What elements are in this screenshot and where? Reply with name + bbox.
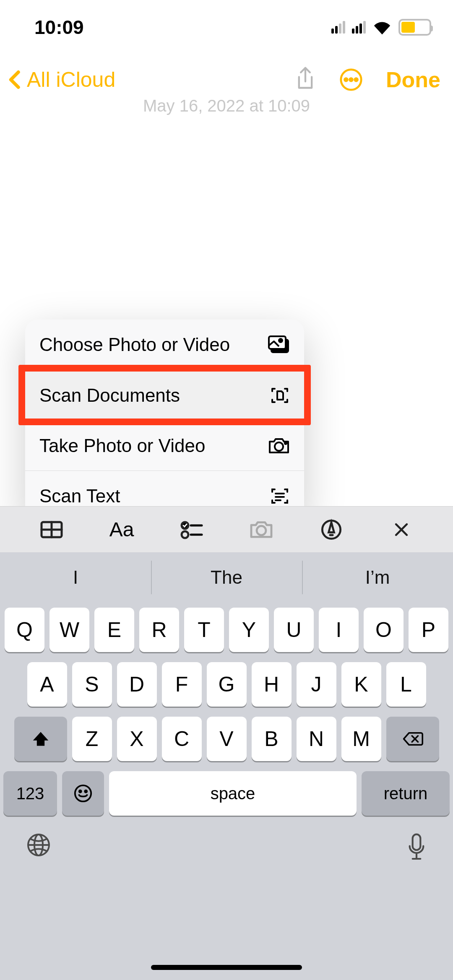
svg-rect-31 <box>413 834 421 850</box>
document-scan-icon <box>270 385 290 406</box>
key-row-bottom: 123 space return <box>0 761 453 816</box>
notes-format-toolbar: Aa <box>0 506 453 552</box>
key-s[interactable]: S <box>72 662 112 707</box>
key-n[interactable]: N <box>297 717 336 761</box>
suggestion-3[interactable]: I’m <box>302 552 453 603</box>
wifi-icon <box>372 20 392 35</box>
text-format-button[interactable]: Aa <box>107 515 136 544</box>
key-g[interactable]: G <box>207 662 247 707</box>
key-b[interactable]: B <box>252 717 292 761</box>
svg-point-8 <box>285 442 286 444</box>
key-backspace[interactable] <box>386 717 439 761</box>
key-row-2: A S D F G H J K L <box>3 662 450 707</box>
close-toolbar-button[interactable] <box>387 515 416 544</box>
key-w[interactable]: W <box>49 608 89 652</box>
keyboard: I The I’m Q W E R T Y U I O P A S D F <box>0 552 453 980</box>
key-r[interactable]: R <box>139 608 179 652</box>
menu-item-label: Scan Text <box>39 486 120 507</box>
more-icon[interactable] <box>339 68 363 92</box>
svg-point-6 <box>279 339 282 342</box>
status-bar: 10:09 <box>0 0 453 55</box>
status-indicators <box>331 19 431 36</box>
table-icon <box>40 520 63 540</box>
svg-point-2 <box>350 78 353 81</box>
key-k[interactable]: K <box>341 662 381 707</box>
key-emoji[interactable] <box>62 771 104 816</box>
suggestion-1[interactable]: I <box>0 552 151 603</box>
markup-icon <box>320 519 342 541</box>
back-label: All iCloud <box>27 68 115 92</box>
key-e[interactable]: E <box>94 608 134 652</box>
key-t[interactable]: T <box>184 608 224 652</box>
menu-item-label: Take Photo or Video <box>39 435 205 456</box>
status-time: 10:09 <box>34 16 84 39</box>
keyboard-footer <box>0 816 453 980</box>
key-x[interactable]: X <box>117 717 157 761</box>
checklist-button[interactable] <box>177 515 206 544</box>
key-i[interactable]: I <box>319 608 359 652</box>
svg-point-27 <box>85 790 87 793</box>
text-format-label: Aa <box>109 518 134 541</box>
key-row-1: Q W E R T Y U I O P <box>3 608 450 652</box>
key-f[interactable]: F <box>162 662 202 707</box>
key-a[interactable]: A <box>27 662 67 707</box>
table-button[interactable] <box>37 515 66 544</box>
key-h[interactable]: H <box>252 662 292 707</box>
note-timestamp: May 16, 2022 at 10:09 <box>0 96 453 115</box>
key-o[interactable]: O <box>364 608 404 652</box>
menu-item-label: Scan Documents <box>39 385 180 406</box>
svg-point-26 <box>79 790 81 793</box>
key-j[interactable]: J <box>297 662 336 707</box>
menu-item-scan-documents[interactable]: Scan Documents <box>25 370 304 420</box>
emoji-icon <box>73 784 93 803</box>
globe-icon[interactable] <box>26 832 51 858</box>
svg-point-19 <box>257 526 266 535</box>
key-v[interactable]: V <box>207 717 247 761</box>
key-shift[interactable] <box>14 717 67 761</box>
key-l[interactable]: L <box>386 662 426 707</box>
camera-icon <box>249 520 274 540</box>
share-icon[interactable] <box>294 66 316 94</box>
menu-item-take-photo[interactable]: Take Photo or Video <box>25 420 304 471</box>
key-return[interactable]: return <box>362 771 450 816</box>
chevron-left-icon <box>4 67 27 92</box>
key-d[interactable]: D <box>117 662 157 707</box>
backspace-icon <box>402 731 423 747</box>
keyboard-suggestions: I The I’m <box>0 552 453 603</box>
menu-item-choose-photo[interactable]: Choose Photo or Video <box>25 320 304 370</box>
battery-icon <box>398 19 431 36</box>
cell-signal-icon <box>331 21 345 34</box>
done-button[interactable]: Done <box>386 67 440 92</box>
key-c[interactable]: C <box>162 717 202 761</box>
key-u[interactable]: U <box>274 608 314 652</box>
key-numbers[interactable]: 123 <box>3 771 57 816</box>
key-q[interactable]: Q <box>5 608 44 652</box>
svg-point-3 <box>355 78 358 81</box>
svg-point-7 <box>275 442 283 451</box>
key-z[interactable]: Z <box>72 717 112 761</box>
dictation-icon[interactable] <box>406 832 427 862</box>
text-scan-icon <box>270 486 290 506</box>
home-indicator[interactable] <box>151 965 302 970</box>
svg-point-1 <box>345 78 348 81</box>
markup-button[interactable] <box>317 515 346 544</box>
key-row-3: Z X C V B N M <box>3 717 450 761</box>
attach-action-menu: Choose Photo or Video Scan Documents Tak… <box>25 320 304 521</box>
checklist-icon <box>180 520 203 540</box>
cell-signal-icon-sim2 <box>352 21 366 34</box>
key-m[interactable]: M <box>341 717 381 761</box>
close-icon <box>392 520 411 539</box>
key-space[interactable]: space <box>109 771 357 816</box>
camera-icon <box>268 437 290 455</box>
photos-icon <box>268 335 290 354</box>
back-button[interactable]: All iCloud <box>4 67 115 92</box>
suggestion-2[interactable]: The <box>151 552 302 603</box>
key-y[interactable]: Y <box>229 608 269 652</box>
shift-icon <box>31 730 50 748</box>
menu-item-label: Choose Photo or Video <box>39 334 230 355</box>
key-p[interactable]: P <box>409 608 448 652</box>
svg-point-25 <box>75 785 91 801</box>
camera-attach-button[interactable] <box>247 515 276 544</box>
svg-point-17 <box>182 531 188 538</box>
